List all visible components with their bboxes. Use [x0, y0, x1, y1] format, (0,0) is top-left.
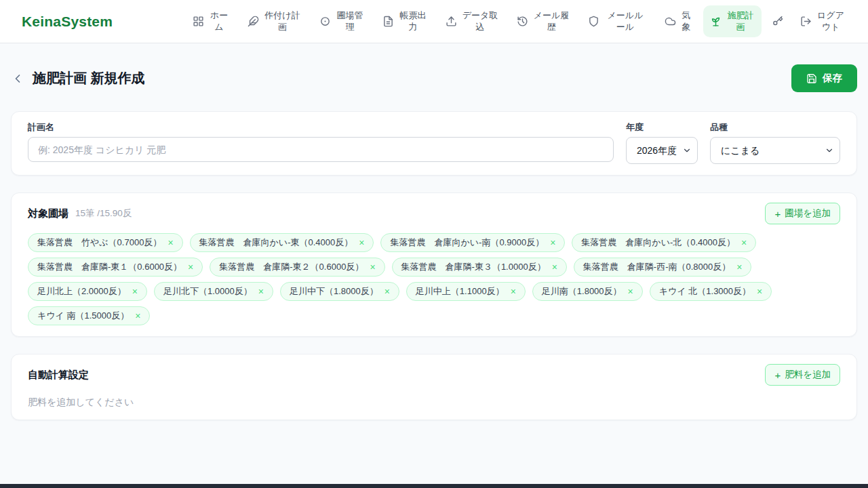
field-chip-label: 足川北上（2.0000反）	[37, 285, 126, 298]
field-chip: 足川中上（1.1000反）×	[406, 282, 526, 301]
remove-field-icon[interactable]: ×	[359, 238, 364, 247]
field-chip-label: キウイ 北（1.3000反）	[659, 285, 751, 298]
add-fertilizer-button[interactable]: + 肥料を追加	[765, 364, 840, 386]
remove-field-icon[interactable]: ×	[628, 287, 633, 296]
nav-item-data-import[interactable]: データ取込	[439, 5, 505, 38]
auto-calc-title: 自動計算設定	[28, 369, 89, 382]
field-chip: 集落営農 倉庫隣-東３（1.0000反）×	[392, 258, 567, 277]
plus-icon: +	[774, 209, 781, 219]
target-fields-title: 対象圃場	[28, 207, 68, 220]
add-field-button[interactable]: + 圃場を追加	[765, 203, 840, 224]
remove-field-icon[interactable]: ×	[741, 238, 747, 247]
remove-field-icon[interactable]: ×	[384, 287, 390, 296]
remove-field-icon[interactable]: ×	[167, 238, 173, 247]
variety-select[interactable]: にこまる	[710, 137, 840, 164]
target-fields-summary: 15筆 /15.90反	[75, 207, 132, 220]
field-chip: 集落営農 倉庫隣-東１（0.6000反）×	[28, 258, 203, 277]
save-button[interactable]: 保存	[791, 64, 857, 92]
remove-field-icon[interactable]: ×	[258, 287, 264, 296]
logout-icon	[800, 16, 812, 27]
nav-item-weather[interactable]: 気象	[658, 5, 698, 38]
remove-field-icon[interactable]: ×	[135, 311, 140, 321]
sprout-icon	[710, 16, 722, 27]
field-chip-label: 集落営農 倉庫隣-東２（0.6000反）	[219, 261, 363, 273]
field-chip: 足川中下（1.8000反）×	[280, 282, 399, 301]
field-chip-label: 集落営農 倉庫向かい-北（0.4000反）	[581, 237, 735, 249]
field-chip: 集落営農 竹やぶ（0.7000反）×	[28, 233, 183, 252]
history-clock-icon	[517, 16, 528, 27]
cloud-icon	[665, 16, 676, 27]
nav-item-label: 気象	[681, 10, 692, 33]
plan-name-label: 計画名	[28, 121, 614, 134]
nav-item-label: メール履歴	[533, 10, 570, 33]
field-chip: 集落営農 倉庫隣-西-南（0.8000反）×	[574, 258, 752, 277]
field-chip-label: 集落営農 倉庫隣-東１（0.6000反）	[37, 261, 182, 273]
back-button[interactable]	[11, 72, 24, 85]
shield-icon	[588, 16, 599, 27]
field-chip-label: 足川中下（1.8000反）	[290, 285, 378, 298]
feather-icon	[248, 16, 259, 27]
field-chip: 集落営農 倉庫向かい-北（0.4000反）×	[572, 233, 756, 252]
field-chip: 足川南（1.8000反）×	[532, 282, 643, 301]
add-field-button-label: 圃場を追加	[785, 207, 831, 220]
field-chip: 集落営農 倉庫隣-東２（0.6000反）×	[210, 258, 384, 277]
field-chip: キウイ 南（1.5000反）×	[28, 306, 150, 325]
variety-group: 品種 にこまる	[710, 121, 840, 164]
remove-field-icon[interactable]: ×	[370, 262, 375, 272]
field-chip-label: 集落営農 倉庫向かい-南（0.9000反）	[390, 237, 544, 249]
nav-item-planting-plan[interactable]: 作付け計画	[241, 5, 308, 38]
field-chip-label: 足川北下（1.0000反）	[163, 285, 252, 298]
nav-item-label: 作付け計画	[264, 10, 301, 33]
page-title-row: 施肥計画 新規作成 保存	[11, 64, 857, 92]
field-chip-label: 集落営農 倉庫隣-東３（1.0000反）	[401, 261, 546, 273]
field-chip: 足川北下（1.0000反）×	[154, 282, 273, 301]
plan-name-input[interactable]	[28, 137, 614, 162]
field-chip: 集落営農 倉庫向かい-東（0.4000反）×	[190, 233, 374, 252]
fertilizer-empty-text: 肥料を追加してください	[28, 396, 840, 409]
map-pin-icon	[319, 16, 331, 27]
remove-field-icon[interactable]: ×	[132, 287, 138, 296]
field-chip: キウイ 北（1.3000反）×	[650, 282, 772, 301]
nav-item-mail-history[interactable]: メール履歴	[510, 5, 576, 38]
field-chip: 集落営農 倉庫向かい-南（0.9000反）×	[380, 233, 565, 252]
nav-item-mail-rules[interactable]: メールルール	[581, 5, 653, 38]
nav-item-field-management[interactable]: 圃場管理	[313, 5, 371, 38]
nav-item-fertilization-plan[interactable]: 施肥計画	[703, 5, 762, 38]
auto-calc-card: 自動計算設定 + 肥料を追加 肥料を追加してください	[11, 354, 857, 420]
remove-field-icon[interactable]: ×	[550, 238, 555, 247]
field-chip-label: 集落営農 倉庫向かい-東（0.4000反）	[199, 237, 353, 249]
nav-item-password-key[interactable]	[766, 11, 789, 32]
plan-name-group: 計画名	[28, 121, 614, 164]
nav-item-label: 圃場管理	[336, 10, 364, 33]
field-chip-list: 集落営農 竹やぶ（0.7000反）× 集落営農 倉庫向かい-東（0.4000反）…	[28, 233, 840, 325]
remove-field-icon[interactable]: ×	[736, 262, 742, 272]
bottom-edge-bar	[0, 484, 868, 488]
field-chip-label: キウイ 南（1.5000反）	[37, 310, 129, 322]
field-chip-label: 足川南（1.8000反）	[542, 285, 622, 298]
plan-form-card: 計画名 年度 2026年度 品種 にこまる	[11, 111, 857, 176]
year-select[interactable]: 2026年度	[626, 137, 698, 164]
app-logo: KeinaSystem	[22, 14, 113, 30]
nav-item-label: ログアウト	[816, 10, 845, 33]
nav-item-home[interactable]: ホーム	[186, 5, 236, 38]
nav-item-report-output[interactable]: 帳票出力	[376, 5, 434, 38]
save-icon	[806, 73, 817, 84]
nav-item-label: メールルール	[604, 10, 646, 33]
remove-field-icon[interactable]: ×	[511, 287, 516, 296]
nav-item-label: 帳票出力	[399, 10, 427, 33]
nav-item-label: 施肥計画	[726, 10, 755, 33]
field-chip: 足川北上（2.0000反）×	[28, 282, 147, 301]
main-nav: ホーム 作付け計画 圃場管理 帳票出力 データ取込	[186, 5, 852, 38]
chevron-left-icon	[11, 72, 24, 85]
year-group: 年度 2026年度	[626, 121, 698, 164]
key-icon	[772, 16, 783, 27]
remove-field-icon[interactable]: ×	[188, 262, 193, 272]
remove-field-icon[interactable]: ×	[757, 287, 762, 296]
year-label: 年度	[626, 121, 698, 134]
nav-item-logout[interactable]: ログアウト	[793, 5, 852, 38]
field-chip-label: 足川中上（1.1000反）	[416, 285, 505, 298]
variety-label: 品種	[710, 121, 840, 134]
app-header: KeinaSystem ホーム 作付け計画 圃場管理 帳票出力	[0, 0, 868, 43]
nav-item-label: データ取込	[462, 10, 498, 33]
remove-field-icon[interactable]: ×	[552, 262, 557, 272]
